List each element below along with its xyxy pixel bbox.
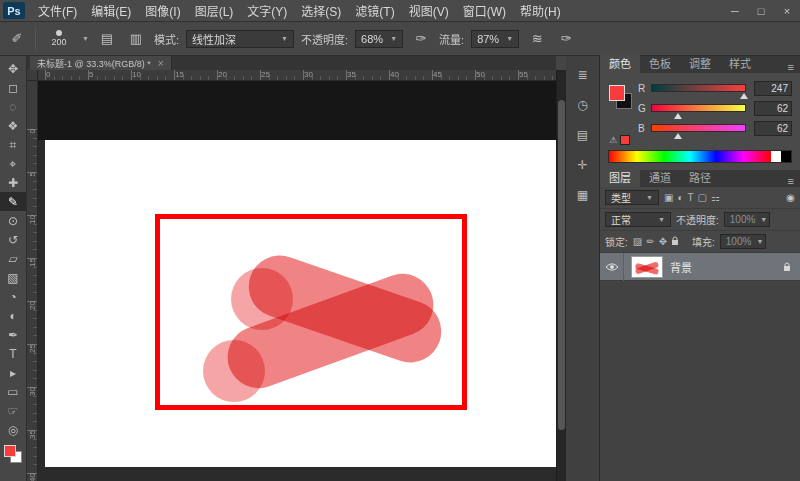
fill-select[interactable]: 100% ▼ — [720, 234, 766, 249]
lock-all-icon[interactable] — [671, 236, 679, 248]
gradient-tool[interactable]: ▧ — [0, 268, 26, 287]
close-button[interactable]: × — [774, 5, 800, 17]
lock-pixels-icon[interactable]: ✏ — [646, 236, 654, 247]
menu-edit[interactable]: 编辑(E) — [84, 2, 138, 19]
document-tab[interactable]: 未标题-1 @ 33.3%(RGB/8) * × — [30, 56, 172, 70]
foreground-color-swatch[interactable] — [609, 85, 625, 101]
panel-dock-icon-2[interactable]: ◷ — [571, 96, 595, 114]
eyedropper-tool[interactable]: ⌖ — [0, 154, 26, 173]
tab-styles[interactable]: 样式 — [720, 53, 760, 73]
quick-selection-tool[interactable]: ❖ — [0, 116, 26, 135]
blue-channel-value[interactable]: 62 — [754, 121, 792, 136]
brush-settings-icon[interactable]: ▥ — [125, 28, 147, 50]
menu-window[interactable]: 窗口(W) — [456, 2, 513, 19]
hand-tool[interactable]: ☞ — [0, 401, 26, 420]
crop-tool[interactable]: ⌗ — [0, 135, 26, 154]
shape-tool[interactable]: ▭ — [0, 382, 26, 401]
black-swatch[interactable] — [781, 151, 791, 162]
blend-mode-select[interactable]: 线性加深 ▼ — [186, 30, 294, 48]
vertical-scrollbar[interactable] — [556, 70, 566, 481]
maximize-button[interactable]: □ — [748, 5, 774, 17]
filter-adjustment-icon[interactable]: ◐ — [677, 192, 683, 203]
filter-shape-icon[interactable]: ▢ — [698, 192, 707, 203]
filter-smart-icon[interactable]: ⚏ — [711, 192, 720, 203]
panel-dock-icon-5[interactable]: ▦ — [571, 186, 595, 204]
panel-dock-icon-4[interactable]: ✛ — [571, 156, 595, 174]
gamut-warning[interactable]: ⚠ — [609, 135, 630, 145]
layer-visibility-toggle[interactable] — [600, 253, 624, 281]
gamut-color-swatch[interactable] — [620, 135, 630, 145]
panel-dock-icon-3[interactable]: ▤ — [571, 126, 595, 144]
red-channel-value[interactable]: 247 — [754, 81, 792, 96]
canvas[interactable] — [45, 140, 556, 467]
panel-menu-icon[interactable]: ≡ — [782, 61, 800, 73]
minimize-button[interactable]: ─ — [722, 5, 748, 17]
panel-dock-icon-1[interactable]: ≣ — [571, 66, 595, 84]
vertical-ruler[interactable]: 0 5 10 15 20 25 30 35 40 — [27, 81, 38, 481]
white-swatch[interactable] — [771, 151, 781, 162]
chevron-down-icon[interactable]: ▼ — [82, 35, 89, 42]
menu-view[interactable]: 视图(V) — [402, 2, 456, 19]
menu-select[interactable]: 选择(S) — [294, 2, 348, 19]
tab-adjustments[interactable]: 调整 — [680, 53, 720, 73]
tab-channels[interactable]: 通道 — [640, 167, 680, 187]
lasso-tool[interactable]: ◌ — [0, 97, 26, 116]
spot-healing-brush-tool[interactable]: ✚ — [0, 173, 26, 192]
menu-file[interactable]: 文件(F) — [31, 2, 84, 19]
slider-thumb[interactable] — [674, 113, 682, 119]
red-channel-slider[interactable] — [651, 84, 746, 92]
tab-close-icon[interactable]: × — [158, 58, 164, 69]
green-channel-value[interactable]: 62 — [754, 101, 792, 116]
airbrush-icon[interactable]: ≋ — [526, 28, 548, 50]
pressure-opacity-icon[interactable]: ✑ — [410, 28, 432, 50]
green-channel-slider[interactable] — [651, 104, 746, 112]
lock-position-icon[interactable]: ✥ — [659, 236, 667, 247]
filter-pixel-icon[interactable]: ▣ — [664, 192, 673, 203]
menu-image[interactable]: 图像(I) — [138, 2, 187, 19]
flow-select[interactable]: 87% ▼ — [471, 30, 519, 48]
panel-menu-icon[interactable]: ≡ — [782, 175, 800, 187]
path-selection-tool[interactable]: ▸ — [0, 363, 26, 382]
opacity-select[interactable]: 68% ▼ — [355, 30, 403, 48]
pressure-size-icon[interactable]: ✑ — [555, 28, 577, 50]
brush-tool[interactable]: ✎ — [0, 192, 26, 211]
menu-help[interactable]: 帮助(H) — [513, 2, 568, 19]
brush-panel-icon[interactable]: ▤ — [96, 28, 118, 50]
blur-tool[interactable]: ◔ — [0, 287, 26, 306]
layer-filter-select[interactable]: 类型 ▼ — [605, 190, 659, 205]
history-brush-tool[interactable]: ↺ — [0, 230, 26, 249]
lock-transparency-icon[interactable]: ▨ — [633, 236, 642, 247]
tab-paths[interactable]: 路径 — [680, 167, 720, 187]
menu-filter[interactable]: 滤镜(T) — [348, 2, 401, 19]
move-tool[interactable]: ✥ — [0, 59, 26, 78]
layer-blend-mode-select[interactable]: 正常 ▼ — [605, 212, 671, 227]
layer-thumbnail[interactable] — [631, 256, 663, 278]
eraser-tool[interactable]: ▱ — [0, 249, 26, 268]
layer-opacity-select[interactable]: 100% ▼ — [724, 212, 770, 227]
blue-channel-slider[interactable] — [651, 124, 746, 132]
spectrum-gradient[interactable] — [609, 151, 771, 162]
slider-thumb[interactable] — [674, 133, 682, 139]
tool-preset-icon[interactable]: ✐ — [6, 28, 28, 50]
horizontal-ruler[interactable]: 0 5 10 15 20 25 30 35 40 45 50 55 60 — [27, 70, 556, 81]
menu-type[interactable]: 文字(Y) — [240, 2, 294, 19]
ruler-corner[interactable] — [27, 70, 38, 81]
layer-name[interactable]: 背景 — [670, 259, 783, 275]
brush-size-picker[interactable]: 200 — [43, 30, 75, 47]
pen-tool[interactable]: ✒ — [0, 325, 26, 344]
color-swatches[interactable] — [3, 444, 23, 464]
tab-layers[interactable]: 图层 — [600, 167, 640, 187]
menu-layer[interactable]: 图层(L) — [188, 2, 241, 19]
type-tool[interactable]: T — [0, 344, 26, 363]
color-spectrum-bar[interactable] — [608, 150, 792, 163]
filter-toggle-icon[interactable]: ◉ — [786, 192, 795, 203]
tab-swatches[interactable]: 色板 — [640, 53, 680, 73]
dodge-tool[interactable]: ◐ — [0, 306, 26, 325]
scrollbar-thumb[interactable] — [558, 100, 565, 430]
tab-color[interactable]: 颜色 — [600, 53, 640, 73]
filter-type-icon[interactable]: T — [688, 192, 694, 203]
rectangular-marquee-tool[interactable]: ◻ — [0, 78, 26, 97]
foreground-color-swatch[interactable] — [4, 445, 16, 457]
layer-row-background[interactable]: 背景 — [600, 253, 800, 281]
clone-stamp-tool[interactable]: ⊙ — [0, 211, 26, 230]
